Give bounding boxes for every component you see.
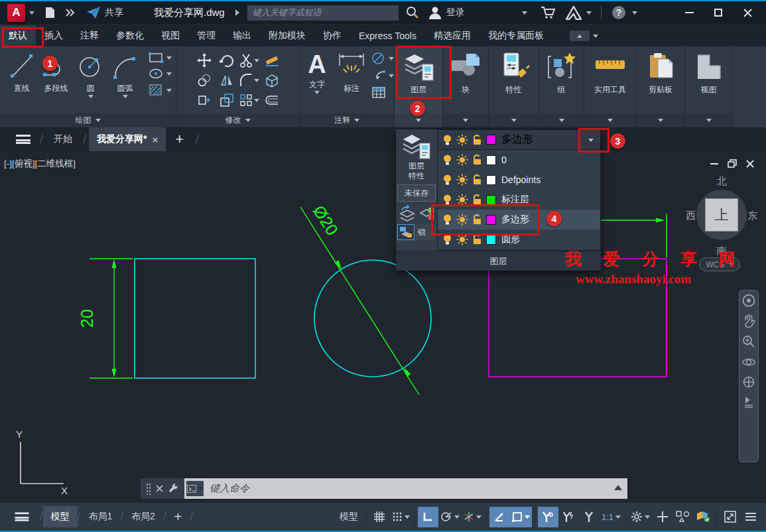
fillet-caret-icon[interactable] xyxy=(254,79,259,82)
layer-color-swatch[interactable] xyxy=(486,175,496,185)
unlock-icon[interactable] xyxy=(472,214,482,226)
sun-icon[interactable] xyxy=(456,174,468,186)
sun-icon[interactable] xyxy=(456,154,468,166)
diameter-dim-caret-icon[interactable] xyxy=(389,57,394,60)
viewcube-west[interactable]: 西 xyxy=(686,210,696,222)
new-drawing-tab-icon[interactable]: + xyxy=(166,127,193,151)
layer-properties-flyout-button[interactable]: 图层 特性 xyxy=(401,129,432,181)
sun-icon[interactable] xyxy=(456,233,468,245)
navigation-wheel-icon[interactable] xyxy=(741,293,756,308)
mirror-icon[interactable] xyxy=(220,73,234,88)
hatch-tool[interactable] xyxy=(148,84,172,97)
layer-color-swatch[interactable] xyxy=(486,135,496,145)
layout1-tab[interactable]: 布局1 xyxy=(80,506,120,527)
annotation-scale-control[interactable]: 1:1 xyxy=(600,507,623,527)
graphics-performance-button[interactable] xyxy=(693,507,714,527)
viewport-minimize-icon[interactable] xyxy=(710,163,718,165)
toolbar-expand-icon[interactable] xyxy=(65,8,76,17)
previous-layer-icon[interactable] xyxy=(398,205,416,222)
panel-properties-footer[interactable] xyxy=(489,113,539,127)
gear-caret-icon[interactable] xyxy=(645,515,650,519)
crosshair-toggle[interactable] xyxy=(652,507,672,527)
layer-row-circle[interactable]: 圆形 xyxy=(438,230,600,249)
customization-gear[interactable] xyxy=(629,507,652,527)
ribbon-collapse-caret-icon[interactable] xyxy=(593,34,598,38)
tab-parametric[interactable]: 参数化 xyxy=(107,25,153,46)
offset-icon[interactable] xyxy=(263,94,281,107)
layer-dropdown-caret-icon[interactable] xyxy=(588,139,594,142)
cart-icon[interactable] xyxy=(541,6,555,19)
grid-toggle[interactable] xyxy=(369,507,390,527)
orbit-icon[interactable] xyxy=(741,355,756,369)
layer-row-polygon[interactable]: 多边形 xyxy=(438,210,600,230)
object-snap-toggle[interactable] xyxy=(510,507,532,527)
leader-caret-icon[interactable] xyxy=(389,74,394,78)
array-tool[interactable] xyxy=(239,94,259,107)
viewcube-north[interactable]: 北 xyxy=(687,175,756,188)
diameter-dim-tool[interactable] xyxy=(371,52,394,65)
search-input[interactable]: 键入关键字或短语 xyxy=(247,5,399,21)
text-tool[interactable]: A 文字 xyxy=(300,49,334,94)
snap-cursor-toggle[interactable] xyxy=(538,507,558,527)
cyan-circle[interactable] xyxy=(314,260,431,377)
bulb-on-icon[interactable] xyxy=(442,134,452,146)
search-expand-icon[interactable] xyxy=(234,9,241,17)
erase-icon[interactable] xyxy=(264,53,280,68)
new-layout-icon[interactable]: + xyxy=(166,506,190,527)
pan-hand-icon[interactable] xyxy=(742,314,755,328)
new-file-icon[interactable] xyxy=(44,6,57,19)
tab-home[interactable]: 默认 xyxy=(0,25,36,46)
ellipse-tool[interactable] xyxy=(148,68,172,80)
minimize-button[interactable] xyxy=(674,3,704,23)
layer-row-0[interactable]: 0 xyxy=(438,150,600,170)
layer-lock-button[interactable]: 锁 xyxy=(416,224,436,240)
circle-caret-icon[interactable] xyxy=(88,95,94,98)
panel-annotation-footer[interactable]: 注释 xyxy=(300,113,394,127)
arc-tool[interactable]: 圆弧 xyxy=(108,49,143,98)
tab-drawing-active[interactable]: 我爱分享网* × xyxy=(89,127,166,151)
toolbar-more-icon[interactable] xyxy=(743,395,755,408)
command-input[interactable]: 键入命令 xyxy=(184,478,627,499)
object-snap-tracking-toggle[interactable] xyxy=(489,507,510,527)
viewport-restore-icon[interactable] xyxy=(728,159,737,168)
isodraft-caret-icon[interactable] xyxy=(476,515,481,519)
copy-icon[interactable] xyxy=(197,73,212,88)
clipboard-button[interactable]: 剪贴板 xyxy=(639,49,682,96)
block-insert-button[interactable]: 块 xyxy=(446,49,485,96)
move-icon[interactable] xyxy=(197,53,212,68)
panel-view-footer[interactable] xyxy=(685,113,732,127)
polyline-tool[interactable]: 多段线 xyxy=(39,49,74,94)
viewcube-east[interactable]: 东 xyxy=(747,210,757,222)
tab-addins[interactable]: 附加模块 xyxy=(260,25,314,46)
isodraft-toggle[interactable] xyxy=(462,507,483,527)
group-button[interactable]: 组 xyxy=(543,49,581,96)
sun-icon[interactable] xyxy=(456,134,468,146)
panel-clipboard-footer[interactable] xyxy=(637,113,684,127)
box-icon[interactable] xyxy=(264,73,280,88)
command-recent-caret-icon[interactable] xyxy=(198,487,203,490)
sun-icon[interactable] xyxy=(456,214,468,226)
tab-insert[interactable]: 插入 xyxy=(36,25,72,46)
scale-icon[interactable] xyxy=(220,93,234,107)
model-paper-toggle[interactable]: 模型 xyxy=(334,507,363,527)
trim-tool[interactable] xyxy=(239,53,259,68)
ellipse-caret-icon[interactable] xyxy=(166,72,172,76)
unlock-icon[interactable] xyxy=(472,233,482,245)
bulb-on-icon[interactable] xyxy=(442,214,452,226)
arc-caret-icon[interactable] xyxy=(123,95,128,98)
file-tabs-menu-icon[interactable] xyxy=(16,135,31,144)
panel-group-footer[interactable] xyxy=(539,113,584,127)
snap-caret-icon[interactable] xyxy=(405,515,410,519)
unlock-icon[interactable] xyxy=(472,154,482,166)
help-caret-icon[interactable] xyxy=(632,11,637,15)
login-caret-icon[interactable] xyxy=(522,11,527,15)
bulb-on-icon[interactable] xyxy=(442,154,452,166)
fillet-tool[interactable] xyxy=(239,73,259,88)
tab-featured-apps[interactable]: 精选应用 xyxy=(425,25,479,46)
share-label[interactable]: 共享 xyxy=(105,7,123,19)
viewport-close-icon[interactable] xyxy=(746,160,754,168)
help-icon[interactable]: ? xyxy=(611,5,627,21)
command-prompt-icon[interactable] xyxy=(186,481,204,496)
command-history-toggle-icon[interactable] xyxy=(614,485,622,490)
layout2-tab[interactable]: 布局2 xyxy=(123,506,163,527)
